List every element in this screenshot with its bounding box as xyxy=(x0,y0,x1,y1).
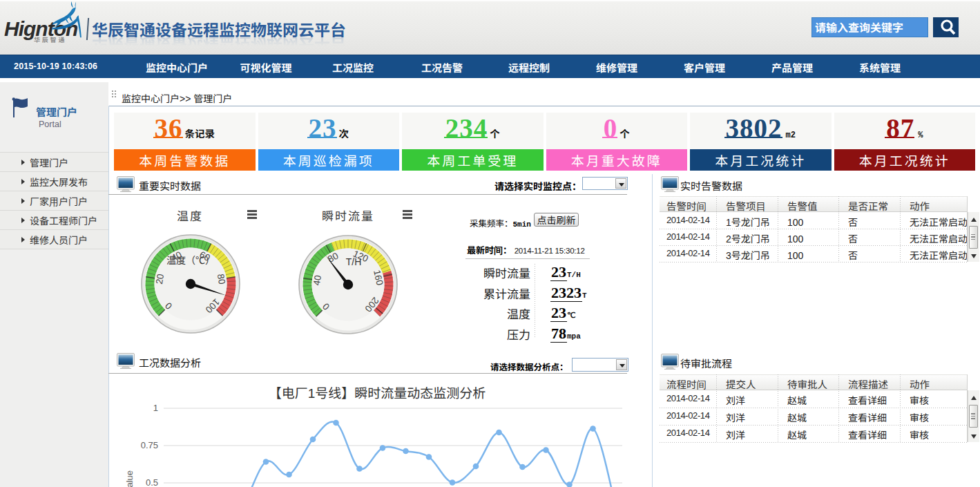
svg-text:40: 40 xyxy=(311,274,323,286)
svg-text:1: 1 xyxy=(153,403,158,413)
svg-text:0.75: 0.75 xyxy=(141,440,158,450)
svg-text:80: 80 xyxy=(215,273,227,285)
svg-text:20: 20 xyxy=(154,273,166,285)
svg-text:value: value xyxy=(124,470,135,487)
svg-text:0.5: 0.5 xyxy=(146,477,158,487)
